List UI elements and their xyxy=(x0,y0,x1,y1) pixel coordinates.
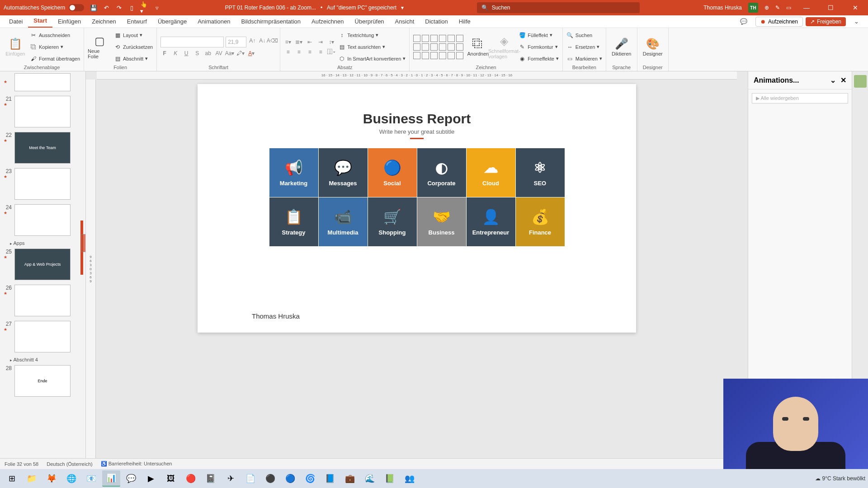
pane-collapse-icon[interactable]: ⌄ xyxy=(830,76,836,84)
tab-hilfe[interactable]: Hilfe xyxy=(453,15,476,28)
slide-editor[interactable]: 16 · 15 · 14 · 13 · 12 · 11 · 10 · 9 · 8… xyxy=(86,71,748,458)
clear-format-icon[interactable]: A⌫ xyxy=(268,37,276,45)
bullets-icon[interactable]: ≡▾ xyxy=(284,38,292,46)
tile-strategy[interactable]: 📋Strategy xyxy=(269,197,318,246)
cut-button[interactable]: ✂Ausschneiden xyxy=(30,30,80,40)
shapes-gallery[interactable] xyxy=(413,35,463,59)
coming-soon-icon[interactable]: ✎ xyxy=(775,5,780,11)
tab-animationen[interactable]: Animationen xyxy=(192,15,236,28)
word-icon[interactable]: 📘 xyxy=(321,470,339,487)
app-icon-5[interactable]: 🔵 xyxy=(281,470,299,487)
file-name[interactable]: PPT 01 Roter Faden 006 - ab Zoom... xyxy=(225,5,316,11)
thumb-28[interactable]: Ende xyxy=(14,365,71,397)
thumb-27[interactable] xyxy=(14,321,71,352)
tab-uebergaenge[interactable]: Übergänge xyxy=(152,15,192,28)
minimize-button[interactable]: — xyxy=(797,1,816,14)
touch-mode-icon[interactable]: 👆▾ xyxy=(140,4,148,12)
new-slide-button[interactable]: ▢Neue Folie xyxy=(88,31,111,63)
slide-title[interactable]: Business Report xyxy=(243,111,591,127)
tile-finance[interactable]: 💰Finance xyxy=(516,197,565,246)
present-from-start-icon[interactable]: ▯ xyxy=(127,4,136,12)
thumb-22[interactable]: Meet the Team xyxy=(14,132,71,164)
tile-marketing[interactable]: 📢Marketing xyxy=(269,148,318,197)
section-apps[interactable]: Apps xyxy=(10,240,82,246)
outdent-icon[interactable]: ⇤ xyxy=(306,38,314,46)
justify-icon[interactable]: ≡ xyxy=(316,48,325,56)
telegram-icon[interactable]: ✈ xyxy=(222,470,240,487)
find-button[interactable]: 🔍Suchen xyxy=(566,30,602,40)
tab-aufzeichnen[interactable]: Aufzeichnen xyxy=(306,15,349,28)
text-direction-button[interactable]: ↕Textrichtung ▾ xyxy=(338,30,406,40)
reset-button[interactable]: ⟲Zurücksetzen xyxy=(114,42,153,52)
tab-entwurf[interactable]: Entwurf xyxy=(122,15,152,28)
increase-font-icon[interactable]: A↑ xyxy=(248,37,256,45)
spacing-icon[interactable]: AV xyxy=(215,49,223,57)
tile-seo[interactable]: ⚛SEO xyxy=(516,148,565,197)
tile-multimedia[interactable]: 📹Multimedia xyxy=(319,197,368,246)
shape-effects-button[interactable]: ◉Formeffekte ▾ xyxy=(519,54,559,64)
align-text-button[interactable]: ▤Text ausrichten ▾ xyxy=(338,42,406,52)
tab-ansicht[interactable]: Ansicht xyxy=(390,15,420,28)
section-4[interactable]: Abschnitt 4 xyxy=(10,357,82,362)
chevron-down-icon[interactable]: ▾ xyxy=(401,5,404,11)
thumb-26[interactable] xyxy=(14,285,71,316)
tab-einfuegen[interactable]: Einfügen xyxy=(52,15,86,28)
bold-icon[interactable]: F xyxy=(160,49,169,57)
share-button[interactable]: ↗ Freigeben xyxy=(806,17,846,26)
align-left-icon[interactable]: ≡ xyxy=(284,48,292,56)
align-right-icon[interactable]: ≡ xyxy=(306,48,314,56)
user-avatar[interactable]: TH xyxy=(748,3,758,13)
pane-close-icon[interactable]: ✕ xyxy=(840,76,846,84)
tile-business[interactable]: 🤝Business xyxy=(417,197,466,246)
slide-subtitle[interactable]: Write here your great subtitle xyxy=(243,128,591,135)
onenote-icon[interactable]: 📓 xyxy=(202,470,220,487)
slide-counter[interactable]: Folie 32 von 58 xyxy=(5,461,38,467)
firefox-icon[interactable]: 🦊 xyxy=(42,470,61,487)
play-all-button[interactable]: ▶ Alle wiedergeben xyxy=(752,93,848,103)
arrange-button[interactable]: ⿻Anordnen xyxy=(466,31,490,63)
app-icon-7[interactable]: 💼 xyxy=(341,470,359,487)
chrome-icon[interactable]: 🌐 xyxy=(62,470,80,487)
vlc-icon[interactable]: ▶ xyxy=(142,470,160,487)
undo-icon[interactable]: ↶ xyxy=(102,4,110,12)
copy-button[interactable]: ⿻Kopieren ▾ xyxy=(30,42,80,52)
dictate-button[interactable]: 🎤Diktieren xyxy=(610,31,633,63)
italic-icon[interactable]: K xyxy=(171,49,179,57)
outlook-icon[interactable]: 📧 xyxy=(82,470,100,487)
tile-shopping[interactable]: 🛒Shopping xyxy=(368,197,417,246)
decrease-font-icon[interactable]: A↓ xyxy=(258,37,266,45)
thumb-25[interactable]: App & Web Projects xyxy=(14,249,71,280)
accessibility-check[interactable]: ♿ Barrierefreiheit: Untersuchen xyxy=(101,461,172,467)
layout-button[interactable]: ▦Layout ▾ xyxy=(114,30,153,40)
shadow-icon[interactable]: ab xyxy=(204,49,212,57)
font-size-select[interactable]: 21,9 xyxy=(226,37,246,47)
underline-icon[interactable]: U xyxy=(182,49,190,57)
thumb-20[interactable] xyxy=(14,73,71,91)
slide-author[interactable]: Thomas Hruska xyxy=(252,312,300,320)
format-painter-button[interactable]: 🖌Format übertragen xyxy=(30,54,80,64)
language-indicator[interactable]: Deutsch (Österreich) xyxy=(47,461,92,467)
start-menu-icon[interactable]: ⊞ xyxy=(3,470,21,487)
save-status[interactable]: Auf "diesem PC" gespeichert xyxy=(327,5,396,11)
app-icon-3[interactable]: 🔴 xyxy=(182,470,200,487)
powerpoint-icon[interactable]: 📊 xyxy=(102,470,120,487)
tab-datei[interactable]: Datei xyxy=(4,15,28,28)
qat-overflow-icon[interactable]: ▿ xyxy=(153,4,161,12)
autosave-toggle[interactable] xyxy=(69,4,84,11)
font-color-icon[interactable]: A▾ xyxy=(247,49,255,57)
tile-entrepreneur[interactable]: 👤Entrepreneur xyxy=(467,197,515,246)
tab-ueberpruefen[interactable]: Überprüfen xyxy=(349,15,390,28)
numbering-icon[interactable]: ≣▾ xyxy=(295,38,303,46)
shape-outline-button[interactable]: ✎Formkontur ▾ xyxy=(519,42,559,52)
slide-canvas[interactable]: Business Report Write here your great su… xyxy=(198,84,636,333)
thumb-24[interactable] xyxy=(14,204,71,236)
smartart-button[interactable]: ⬡In SmartArt konvertieren ▾ xyxy=(338,54,406,64)
obs-icon[interactable]: ⚫ xyxy=(261,470,279,487)
tile-messages[interactable]: 💬Messages xyxy=(319,148,368,197)
quick-styles-button[interactable]: ◈Schnellformat-vorlagen xyxy=(492,31,516,63)
app-icon-4[interactable]: 📄 xyxy=(241,470,259,487)
comments-icon[interactable]: 💬 xyxy=(735,15,753,28)
line-spacing-icon[interactable]: ↕▾ xyxy=(327,38,335,46)
tab-dictation[interactable]: Dictation xyxy=(420,15,453,28)
window-layout-icon[interactable]: ▭ xyxy=(786,5,791,11)
